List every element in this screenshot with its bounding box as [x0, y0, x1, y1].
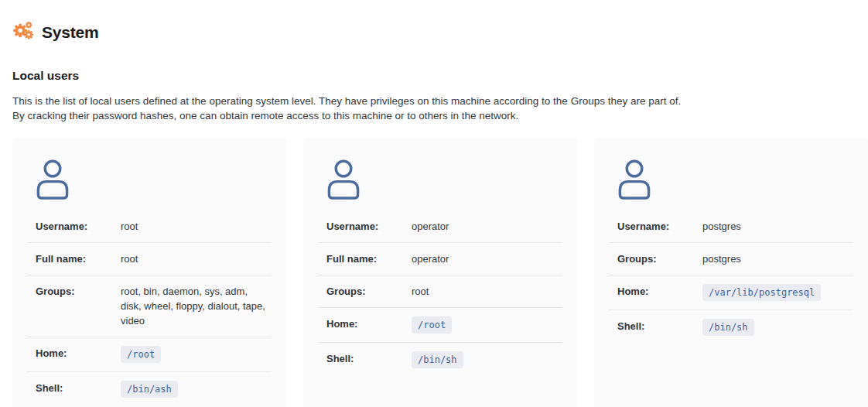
user-cards: Username: root Full name: root Groups: r… — [12, 138, 868, 407]
field-value: /root — [121, 346, 272, 363]
field-label: Shell: — [36, 381, 121, 395]
field-label: Groups: — [617, 251, 702, 266]
user-fields: Username: postgres Groups: postgres Home… — [609, 210, 853, 344]
field-value: postgres — [702, 251, 853, 266]
field-label: Home: — [617, 284, 702, 299]
field-label: Full name: — [36, 251, 121, 266]
field-row-groups: Groups: root, bin, daemon, sys, adm, dis… — [27, 275, 272, 337]
path-chip: /root — [121, 346, 161, 363]
field-label: Shell: — [617, 319, 702, 333]
path-chip: /root — [412, 316, 452, 333]
user-card-operator: Username: operator Full name: operator G… — [303, 138, 577, 407]
field-label: Shell: — [326, 351, 412, 366]
field-row-shell: Shell: /bin/ash — [27, 371, 272, 406]
path-chip: /bin/sh — [412, 351, 463, 368]
user-icon — [326, 159, 562, 200]
path-chip: /bin/ash — [121, 381, 178, 398]
field-row-username: Username: root — [27, 210, 272, 242]
user-icon — [617, 159, 853, 200]
field-label: Full name: — [326, 251, 412, 266]
section-heading: Local users — [12, 69, 856, 83]
field-label: Home: — [326, 316, 412, 331]
page-header: System — [0, 0, 868, 43]
field-row-fullname: Full name: operator — [318, 242, 562, 275]
field-value: /var/lib/postgresql — [702, 284, 853, 301]
field-row-fullname: Full name: root — [27, 242, 272, 275]
field-row-username: Username: postgres — [609, 210, 853, 242]
user-card-postgres: Username: postgres Groups: postgres Home… — [594, 138, 868, 407]
field-value: root — [121, 219, 272, 234]
field-row-home: Home: /root — [27, 337, 272, 371]
field-value: /bin/ash — [121, 381, 272, 398]
field-value: /bin/sh — [412, 351, 562, 368]
field-value: /root — [412, 316, 562, 333]
field-value: root — [121, 251, 272, 266]
section-description: This is the list of local users defined … — [12, 94, 856, 123]
field-value: root, bin, daemon, sys, adm, disk, wheel… — [121, 284, 272, 328]
field-row-shell: Shell: /bin/sh — [318, 342, 562, 377]
field-value: root — [412, 284, 562, 299]
field-row-username: Username: operator — [318, 210, 562, 242]
field-row-home: Home: /root — [318, 307, 562, 342]
field-label: Groups: — [36, 284, 121, 299]
field-value: operator — [412, 219, 562, 234]
field-label: Username: — [36, 219, 121, 234]
user-fields: Username: root Full name: root Groups: r… — [27, 210, 272, 406]
page-title: System — [42, 23, 99, 42]
path-chip: /var/lib/postgresql — [702, 284, 821, 301]
user-card-root: Username: root Full name: root Groups: r… — [12, 138, 286, 407]
description-line-2: By cracking their password hashes, one c… — [12, 110, 518, 121]
gears-icon — [12, 21, 33, 43]
field-label: Username: — [326, 219, 412, 234]
field-row-groups: Groups: postgres — [609, 242, 853, 275]
user-icon — [36, 159, 272, 200]
field-value: operator — [412, 251, 562, 266]
field-row-shell: Shell: /bin/sh — [609, 310, 853, 344]
field-value: /bin/sh — [702, 319, 853, 336]
description-line-1: This is the list of local users defined … — [12, 95, 681, 107]
field-row-home: Home: /var/lib/postgresql — [609, 275, 853, 310]
field-row-groups: Groups: root — [318, 275, 562, 307]
user-fields: Username: operator Full name: operator G… — [318, 210, 562, 377]
field-label: Groups: — [326, 284, 412, 299]
field-label: Username: — [617, 219, 702, 234]
field-label: Home: — [36, 346, 121, 361]
field-value: postgres — [702, 219, 853, 234]
path-chip: /bin/sh — [702, 319, 754, 336]
